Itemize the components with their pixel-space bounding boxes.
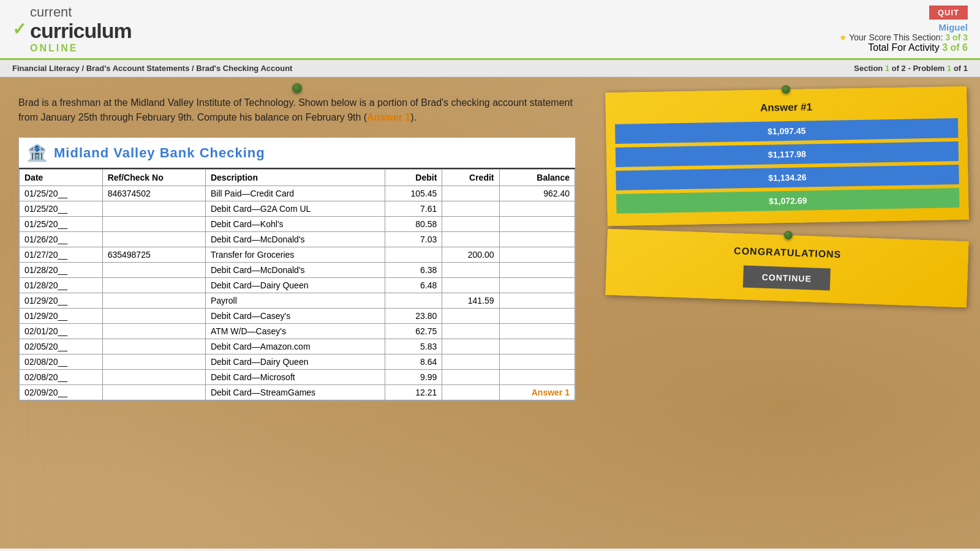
col-debit: Debit — [385, 170, 442, 186]
cell-debit: 7.03 — [385, 232, 442, 247]
breadcrumb-bar: Financial Literacy / Brad's Account Stat… — [0, 60, 980, 77]
bank-title: Midland Valley Bank Checking — [54, 145, 265, 161]
quit-button[interactable]: QUIT — [929, 6, 968, 20]
table-row: 01/25/20__ 846374502 Bill Paid—Credit Ca… — [20, 186, 575, 201]
cell-date: 01/26/20__ — [20, 232, 103, 247]
cell-ref — [102, 232, 205, 247]
score-total-label: Total For Activity — [868, 42, 939, 53]
col-credit: Credit — [442, 170, 499, 186]
cell-balance: Answer 1 — [499, 385, 575, 400]
cell-date: 02/08/20__ — [20, 354, 103, 370]
header: ✓ current curriculum ONLINE QUIT Miguel … — [0, 0, 980, 60]
answer-option[interactable]: $1,134.26 — [616, 165, 959, 190]
cell-credit: 141.59 — [442, 293, 499, 309]
congrats-note-pin — [784, 231, 793, 239]
table-header-row: Date Ref/Check No Description Debit Cred… — [20, 170, 575, 186]
cell-description: Debit Card—McDonald's — [205, 232, 385, 247]
cell-date: 02/01/20__ — [20, 324, 103, 339]
cell-credit: 200.00 — [442, 247, 499, 263]
table-row: 02/08/20__ Debit Card—Microsoft 9.99 — [20, 370, 575, 385]
cell-ref — [102, 263, 205, 278]
cell-ref: 635498725 — [102, 247, 205, 263]
cell-credit — [442, 370, 499, 385]
right-panel: Answer #1 $1,097.45$1,117.98$1,134.26$1,… — [594, 77, 980, 549]
cell-description: Debit Card—G2A Com UL — [205, 201, 385, 217]
cell-credit — [442, 263, 499, 278]
cell-date: 01/28/20__ — [20, 278, 103, 293]
cell-ref: 846374502 — [102, 186, 205, 201]
cell-balance — [499, 324, 575, 339]
cell-credit — [442, 324, 499, 339]
cell-ref — [102, 309, 205, 324]
bank-header: 🏦 Midland Valley Bank Checking — [19, 138, 575, 169]
cell-credit — [442, 309, 499, 324]
score-section: ★ Your Score This Section: 3 of 3 — [839, 32, 968, 42]
cell-balance — [499, 263, 575, 278]
table-row: 01/29/20__ Payroll 141.59 — [20, 293, 575, 309]
cell-description: Debit Card—Amazon.com — [205, 339, 385, 354]
cell-date: 02/05/20__ — [20, 339, 103, 354]
score-total: Total For Activity 3 of 6 — [839, 42, 968, 53]
cell-balance — [499, 354, 575, 370]
cell-balance — [499, 339, 575, 354]
cell-balance: 962.40 — [499, 186, 575, 201]
score-section-value: 3 of 3 — [945, 32, 968, 42]
cell-balance — [499, 201, 575, 217]
cell-debit — [385, 293, 442, 309]
table-row: 01/26/20__ Debit Card—McDonald's 7.03 — [20, 232, 575, 247]
continue-button[interactable]: CONTINUE — [743, 266, 830, 291]
bank-tbody: 01/25/20__ 846374502 Bill Paid—Credit Ca… — [20, 186, 575, 400]
col-ref: Ref/Check No — [102, 170, 205, 186]
cell-credit — [442, 217, 499, 232]
cell-debit: 6.48 — [385, 278, 442, 293]
logo-area: ✓ current curriculum ONLINE — [12, 5, 132, 53]
cell-debit: 7.61 — [385, 201, 442, 217]
cell-debit: 6.38 — [385, 263, 442, 278]
congrats-title: CONGRATULATIONS — [616, 241, 959, 264]
answer-option[interactable]: $1,072.69 — [616, 188, 959, 214]
cell-credit — [442, 339, 499, 354]
logo-online: ONLINE — [30, 43, 132, 54]
cell-ref — [102, 354, 205, 370]
cell-description: Transfer for Groceries — [205, 247, 385, 263]
table-row: 01/29/20__ Debit Card—Casey's 23.80 — [20, 309, 575, 324]
cell-debit: 12.21 — [385, 385, 442, 400]
main-content: Brad is a freshman at the Midland Valley… — [0, 77, 980, 549]
cell-credit — [442, 186, 499, 201]
table-row: 02/01/20__ ATM W/D—Casey's 62.75 — [20, 324, 575, 339]
cell-date: 02/08/20__ — [20, 370, 103, 385]
table-row: 02/08/20__ Debit Card—Dairy Queen 8.64 — [20, 354, 575, 370]
logo-icon: ✓ — [12, 19, 26, 39]
answer-link: Answer 1 — [367, 112, 410, 122]
table-row: 01/28/20__ Debit Card—Dairy Queen 6.48 — [20, 278, 575, 293]
cell-debit: 9.99 — [385, 370, 442, 385]
answer-options: $1,097.45$1,117.98$1,134.26$1,072.69 — [615, 118, 959, 214]
answer-option[interactable]: $1,117.98 — [616, 141, 959, 167]
score-section-label: Your Score This Section: — [849, 32, 943, 42]
cell-ref — [102, 385, 205, 400]
cell-date: 01/25/20__ — [20, 201, 103, 217]
cell-balance — [499, 293, 575, 309]
cell-date: 01/29/20__ — [20, 309, 103, 324]
col-balance: Balance — [499, 170, 575, 186]
logo-current: current — [30, 5, 132, 20]
user-name: Miguel — [839, 22, 968, 32]
cell-description: Debit Card—Dairy Queen — [205, 354, 385, 370]
cell-debit: 23.80 — [385, 309, 442, 324]
header-right: QUIT Miguel ★ Your Score This Section: 3… — [839, 6, 968, 53]
problem-text: Brad is a freshman at the Midland Valley… — [18, 96, 576, 125]
star-icon: ★ — [839, 32, 847, 42]
bank-icon: 🏦 — [26, 143, 48, 163]
cell-balance — [499, 370, 575, 385]
section-num: 1 — [885, 64, 889, 73]
table-row: 01/27/20__ 635498725 Transfer for Grocer… — [20, 247, 575, 263]
cell-debit: 62.75 — [385, 324, 442, 339]
cell-description: Debit Card—Casey's — [205, 309, 385, 324]
answer-note-title: Answer #1 — [614, 99, 957, 117]
cell-balance — [499, 217, 575, 232]
answer-option[interactable]: $1,097.45 — [615, 118, 958, 144]
table-row: 02/05/20__ Debit Card—Amazon.com 5.83 — [20, 339, 575, 354]
section-info: Section 1 of 2 - Problem 1 of 1 — [854, 64, 968, 73]
cell-description: Debit Card—Microsoft — [205, 370, 385, 385]
table-row: 01/25/20__ Debit Card—G2A Com UL 7.61 — [20, 201, 575, 217]
